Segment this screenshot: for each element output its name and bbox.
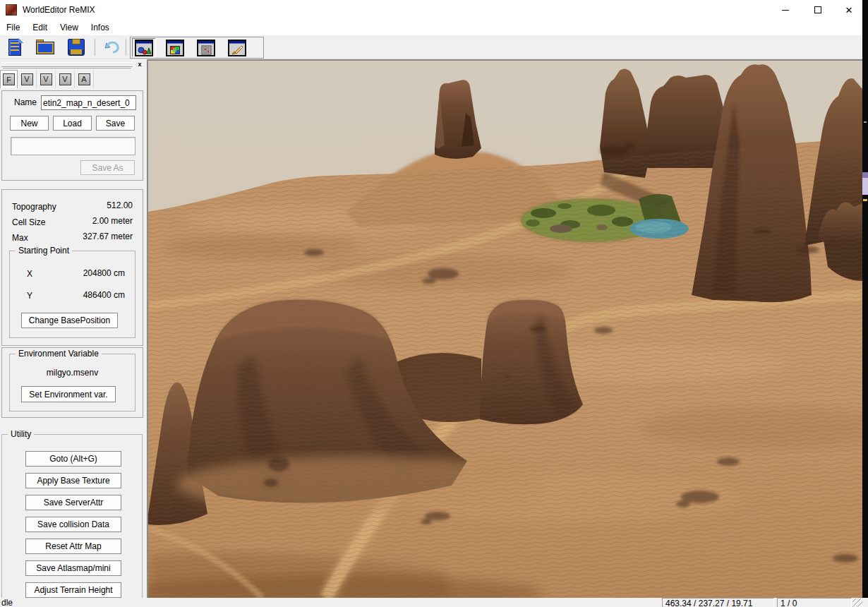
toolbar-separator — [95, 39, 95, 56]
window-title: WorldEditor ReMIX — [23, 5, 95, 15]
counter-field: 1 / 0 — [777, 598, 852, 607]
editor-mode-group — [130, 37, 264, 59]
adjust-terrain-height-button[interactable]: Adjust Terrain Height — [25, 582, 121, 598]
save-file-icon — [68, 39, 85, 56]
panel-close-button[interactable]: x — [135, 60, 144, 68]
name-label: Name — [14, 97, 37, 107]
cursor-position-field: 463.34 / 237.27 / 19.71 — [662, 598, 774, 607]
menu-file[interactable]: File — [0, 21, 26, 34]
tab-view-3[interactable]: V — [56, 70, 75, 88]
texture-editor-button[interactable] — [163, 38, 187, 57]
resize-grip[interactable] — [852, 599, 862, 607]
minimize-button[interactable] — [769, 0, 802, 20]
terrain-3d-viewport[interactable] — [147, 59, 862, 598]
goto-button[interactable]: Goto (Alt+G) — [25, 451, 121, 467]
environment-panel: Environment Variable milgyo.msenv Set En… — [1, 347, 143, 418]
menu-bar: File Edit View Infos — [0, 20, 868, 35]
menu-view[interactable]: View — [54, 21, 85, 34]
terrain-paint-editor-button[interactable] — [225, 38, 249, 57]
new-document-button[interactable] — [4, 37, 27, 57]
panel-drag-grip[interactable] — [1, 62, 133, 67]
attribute-editor-window-icon — [197, 40, 215, 56]
menu-edit[interactable]: Edit — [26, 21, 54, 34]
load-button[interactable]: Load — [53, 116, 92, 131]
attribute-editor-button[interactable] — [194, 38, 218, 57]
starting-point-title: Starting Point — [16, 246, 72, 256]
starting-point-group: Starting Point X 204800 cm Y 486400 cm C… — [9, 251, 135, 338]
utility-group: Utility Goto (Alt+G) Apply Base Texture … — [1, 434, 143, 598]
paint-editor-window-icon — [228, 40, 246, 56]
utility-title: Utility — [8, 429, 34, 439]
save-as-button[interactable]: Save As — [80, 160, 135, 175]
x-label: X — [27, 269, 32, 279]
maximize-icon — [814, 6, 821, 13]
status-bar: dle 463.34 / 237.27 / 19.71 1 / 0 — [0, 598, 868, 607]
sidebar-panel: x F V V V A Name New Load Save Save As T… — [0, 59, 146, 598]
topography-panel: Topography 512.00 Cell Size 2.00 meter M… — [1, 189, 143, 346]
close-icon: ✕ — [845, 6, 853, 15]
toolbar — [0, 35, 868, 59]
max-label: Max — [12, 233, 28, 243]
save-serverattr-button[interactable]: Save ServerAttr — [25, 495, 121, 510]
tab-view-2[interactable]: V — [37, 70, 56, 88]
right-panel-mark — [864, 121, 867, 123]
cell-size-label: Cell Size — [12, 217, 45, 227]
tab-view-1[interactable]: V — [18, 70, 37, 88]
tab-file[interactable]: F — [0, 70, 18, 88]
tab-attr[interactable]: A — [75, 70, 94, 88]
app-window: WorldEditor ReMIX ✕ File Edit View Infos — [0, 0, 868, 607]
environment-group: Environment Variable milgyo.msenv Set En… — [9, 354, 135, 411]
right-panel-swatch — [862, 172, 868, 195]
object-editor-window-icon — [135, 40, 153, 56]
close-button[interactable]: ✕ — [833, 0, 865, 20]
sidebar-tabs: F V V V A — [0, 70, 94, 88]
maximize-button[interactable] — [802, 0, 834, 20]
topography-label: Topography — [12, 202, 56, 212]
file-panel: Name New Load Save Save As — [1, 90, 143, 181]
main-area: x F V V V A Name New Load Save Save As T… — [0, 59, 868, 598]
open-folder-icon — [36, 40, 54, 55]
right-edge-panel — [862, 0, 868, 607]
environment-title: Environment Variable — [16, 349, 102, 359]
y-label: Y — [27, 291, 32, 301]
save-atlasmap-button[interactable]: Save Atlasmap/mini — [25, 560, 121, 576]
x-value: 204800 cm — [83, 268, 125, 278]
new-button[interactable]: New — [10, 116, 49, 131]
save-file-button[interactable] — [65, 37, 88, 57]
reset-attr-map-button[interactable]: Reset Attr Map — [25, 539, 121, 554]
save-button[interactable]: Save — [96, 116, 135, 131]
new-document-icon — [8, 38, 23, 56]
environment-value: milgyo.msenv — [10, 368, 135, 378]
terrain-3d-view — [148, 61, 862, 598]
status-text: dle — [1, 598, 13, 607]
right-panel-mark — [863, 199, 867, 201]
toolbar-separator — [126, 39, 126, 56]
undo-icon — [102, 39, 121, 56]
change-baseposition-button[interactable]: Change BasePosition — [21, 313, 118, 328]
minimize-icon — [782, 10, 789, 11]
topography-value: 512.00 — [107, 200, 133, 210]
max-value: 327.67 meter — [83, 232, 133, 241]
texture-editor-window-icon — [166, 40, 184, 56]
undo-button[interactable] — [100, 37, 123, 57]
open-file-button[interactable] — [34, 37, 56, 57]
object-editor-button[interactable] — [132, 38, 156, 57]
menu-infos[interactable]: Infos — [85, 21, 116, 34]
map-name-input[interactable] — [41, 95, 136, 110]
path-input[interactable] — [11, 137, 135, 155]
cell-size-value: 2.00 meter — [92, 216, 133, 226]
save-collision-data-button[interactable]: Save collision Data — [25, 517, 121, 532]
set-environment-button[interactable]: Set Environment var. — [21, 386, 116, 402]
apply-base-texture-button[interactable]: Apply Base Texture — [25, 473, 121, 488]
y-value: 486400 cm — [83, 290, 125, 300]
app-icon — [6, 4, 17, 16]
title-bar: WorldEditor ReMIX ✕ — [0, 0, 868, 20]
